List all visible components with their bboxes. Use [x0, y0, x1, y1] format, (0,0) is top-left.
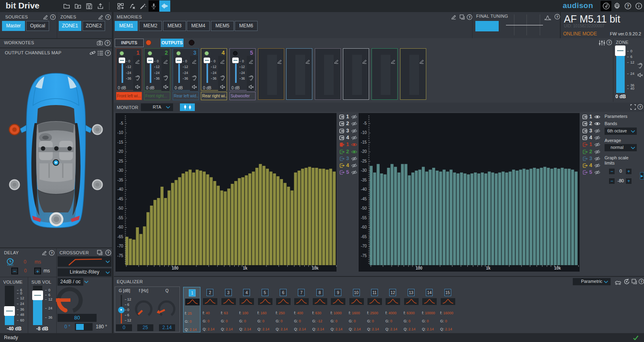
- svg-text:-65: -65: [118, 235, 124, 239]
- svg-text:-55: -55: [361, 216, 367, 220]
- svg-text:-30: -30: [361, 168, 367, 173]
- svg-text:10k: 10k: [312, 266, 319, 270]
- svg-text:-35: -35: [361, 178, 367, 182]
- svg-text:-20: -20: [118, 149, 124, 154]
- svg-text:-35: -35: [118, 178, 124, 182]
- svg-text:-45: -45: [118, 197, 124, 201]
- svg-text:-25: -25: [361, 159, 367, 163]
- svg-text:-15: -15: [361, 140, 367, 144]
- svg-text:1k: 1k: [243, 266, 248, 270]
- svg-text:10k: 10k: [554, 266, 561, 270]
- svg-text:-65: -65: [361, 235, 367, 239]
- svg-text:-55: -55: [118, 216, 124, 220]
- svg-text:-40: -40: [361, 187, 367, 192]
- svg-text:100: 100: [416, 266, 423, 270]
- svg-text:-50: -50: [118, 206, 124, 210]
- svg-text:-70: -70: [361, 244, 367, 248]
- svg-text:-15: -15: [118, 140, 124, 144]
- svg-text:-40: -40: [118, 187, 124, 192]
- svg-text:-75: -75: [361, 253, 367, 258]
- svg-text:-45: -45: [361, 197, 367, 201]
- svg-text:-5: -5: [120, 121, 123, 126]
- svg-text:-75: -75: [118, 253, 124, 258]
- svg-text:-20: -20: [361, 149, 367, 154]
- svg-text:-25: -25: [118, 159, 124, 163]
- svg-text:1k: 1k: [486, 266, 491, 270]
- svg-text:-70: -70: [118, 244, 124, 248]
- svg-text:-60: -60: [118, 225, 124, 229]
- svg-text:-10: -10: [118, 130, 124, 135]
- svg-text:-10: -10: [361, 130, 367, 135]
- svg-text:-5: -5: [363, 121, 367, 126]
- svg-text:100: 100: [172, 266, 179, 270]
- svg-text:-50: -50: [361, 206, 367, 210]
- svg-text:-60: -60: [361, 225, 367, 229]
- svg-text:-30: -30: [118, 168, 124, 173]
